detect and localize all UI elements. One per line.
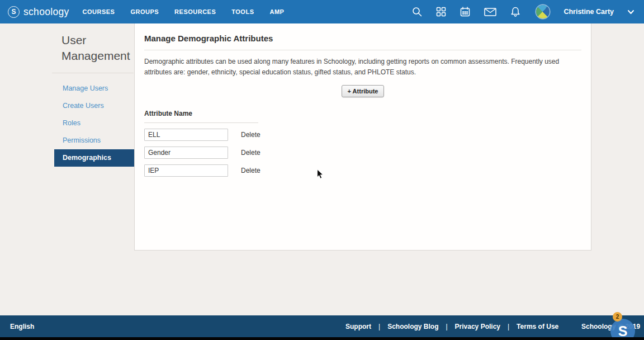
mail-icon[interactable] [484,6,497,17]
footer-separator: | [438,323,454,330]
nav-item-amp[interactable]: AMP [270,8,285,15]
page-description: Demographic attributes can be used along… [144,56,581,78]
search-icon[interactable] [411,6,423,17]
footer-link-privacy-policy[interactable]: Privacy Policy [455,323,500,330]
attribute-row: Delete [144,147,581,159]
attribute-input-iep[interactable] [144,164,228,177]
delete-link-ell[interactable]: Delete [241,131,261,139]
schoology-wordmark: schoology [23,6,69,18]
user-name[interactable]: Christine Carty [564,8,614,16]
delete-link-gender[interactable]: Delete [241,149,261,157]
footer-link-schoology-blog[interactable]: Schoology Blog [387,323,438,330]
footer-link-terms-of-use[interactable]: Terms of Use [517,323,558,330]
delete-link-iep[interactable]: Delete [241,167,261,174]
language-selector[interactable]: English [10,323,34,330]
sidebar-divider [52,73,134,73]
schoology-logo-icon: S [8,6,20,18]
add-attribute-button[interactable]: + Attribute [342,85,385,97]
user-avatar[interactable] [536,5,550,18]
workspace: User Management Manage Users Create User… [0,23,644,315]
user-management-sidebar: User Management Manage Users Create User… [0,23,134,315]
notification-badge: 2 [613,312,622,322]
attribute-row: Delete [144,164,581,177]
footer-links: Support | Schoology Blog | Privacy Polic… [345,323,558,330]
footer-separator: | [500,323,517,330]
sidebar-nav: Manage Users Create Users Roles Permissi… [0,80,134,167]
chevron-down-icon[interactable] [627,8,635,16]
navbar-right-controls: Christine Carty [411,5,635,18]
attribute-row: Delete [144,129,581,141]
sidebar-item-manage-users[interactable]: Manage Users [63,80,134,97]
apps-grid-icon[interactable] [435,6,447,17]
attribute-header-divider [144,122,258,123]
top-navbar: S schoology COURSES GROUPS RESOURCES TOO… [0,0,644,23]
sidebar-item-demographics[interactable]: Demographics [54,149,134,167]
sidebar-item-roles[interactable]: Roles [63,115,134,132]
attribute-input-ell[interactable] [144,129,228,141]
footer-separator: | [371,323,387,330]
nav-item-groups[interactable]: GROUPS [130,8,159,15]
nav-item-resources[interactable]: RESOURCES [174,8,216,15]
bell-icon[interactable] [510,6,521,17]
bottom-strip [0,337,644,340]
schoology-logo[interactable]: S schoology [8,6,69,18]
primary-nav: COURSES GROUPS RESOURCES TOOLS AMP [83,8,285,15]
attribute-input-gender[interactable] [144,147,228,159]
calendar-icon[interactable] [460,6,471,17]
attribute-name-header: Attribute Name [144,110,581,117]
footer-link-support[interactable]: Support [345,323,371,330]
sidebar-title: User Management [61,32,135,64]
add-attribute-row: + Attribute [144,85,581,97]
sidebar-item-permissions[interactable]: Permissions [63,132,134,149]
title-divider [144,50,581,50]
footer: English Support | Schoology Blog | Priva… [0,315,644,340]
page-title: Manage Demographic Attributes [144,34,581,43]
nav-item-tools[interactable]: TOOLS [231,8,254,15]
sidebar-item-create-users[interactable]: Create Users [63,97,134,115]
nav-item-courses[interactable]: COURSES [83,8,115,15]
manage-demographics-panel: Manage Demographic Attributes Demographi… [134,23,591,251]
